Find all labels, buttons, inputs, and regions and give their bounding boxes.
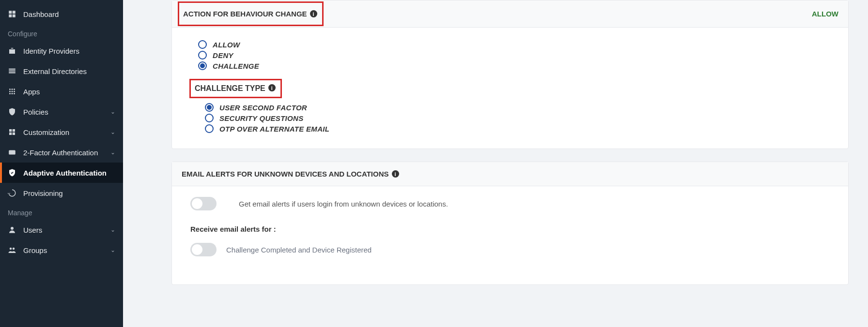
svg-rect-16 — [9, 129, 12, 132]
radio-option-allow[interactable]: ALLOW — [198, 40, 838, 49]
svg-point-7 — [9, 89, 11, 90]
shield-check-icon — [8, 168, 16, 177]
svg-point-15 — [14, 93, 15, 94]
svg-rect-5 — [9, 71, 16, 72]
sidebar-item-label: Groups — [23, 246, 47, 254]
radio-label: OTP OVER ALTERNATE EMAIL — [219, 125, 329, 133]
panel-header-action: ACTION FOR BEHAVIOUR CHANGE i ALLOW — [172, 0, 848, 28]
panel-body-action: ALLOW DENY CHALLENGE CHALLENGE TYPE i — [172, 28, 848, 149]
radio-group-challenge-type: USER SECOND FACTOR SECURITY QUESTIONS OT… — [182, 103, 838, 133]
toggle-challenge-completed[interactable] — [190, 243, 217, 256]
svg-point-11 — [12, 91, 13, 92]
radio-circle-icon — [198, 40, 207, 49]
radio-option-user-second-factor[interactable]: USER SECOND FACTOR — [205, 103, 838, 112]
svg-point-23 — [13, 248, 15, 250]
panel-title-email-alerts: EMAIL ALERTS FOR UNKNOWN DEVICES AND LOC… — [182, 170, 399, 178]
sidebar-item-identity-providers[interactable]: Identity Providers — [0, 41, 123, 61]
sidebar-section-configure: Configure — [0, 24, 123, 41]
svg-rect-4 — [9, 69, 16, 70]
sidebar-item-policies[interactable]: Policies ⌄ — [0, 102, 123, 122]
sidebar-item-dashboard[interactable]: Dashboard — [0, 4, 123, 24]
main-content: ACTION FOR BEHAVIOUR CHANGE i ALLOW ALLO… — [123, 0, 868, 327]
panel-title-action: ACTION FOR BEHAVIOUR CHANGE i — [178, 1, 324, 26]
svg-point-8 — [12, 89, 13, 90]
toggle-row-challenge-completed: Challenge Completed and Device Registere… — [182, 243, 838, 256]
sub-title-challenge-type: CHALLENGE TYPE i — [189, 79, 282, 98]
info-icon[interactable]: i — [392, 170, 399, 178]
svg-point-9 — [14, 89, 15, 90]
sidebar-item-label: Dashboard — [23, 10, 59, 18]
panel-header-email-alerts: EMAIL ALERTS FOR UNKNOWN DEVICES AND LOC… — [172, 162, 848, 186]
panel-title-text: EMAIL ALERTS FOR UNKNOWN DEVICES AND LOC… — [182, 170, 389, 178]
sidebar-item-label: Adaptive Authentication — [23, 169, 107, 177]
svg-point-14 — [12, 93, 13, 94]
users-icon — [8, 246, 16, 254]
sync-icon — [8, 189, 16, 197]
sidebar-item-external-directories[interactable]: External Directories — [0, 61, 123, 81]
puzzle-icon — [8, 128, 16, 136]
sidebar-item-label: 2-Factor Authentication — [23, 149, 98, 157]
radio-option-challenge[interactable]: CHALLENGE — [198, 61, 838, 70]
toggle-unknown-alerts[interactable] — [190, 197, 217, 210]
sub-title-text: CHALLENGE TYPE — [195, 84, 265, 93]
panel-title-text: ACTION FOR BEHAVIOUR CHANGE — [183, 10, 307, 18]
sidebar-item-label: Users — [23, 226, 42, 234]
panel-body-email-alerts: Get email alerts if users login from unk… — [172, 186, 848, 284]
radio-option-deny[interactable]: DENY — [198, 51, 838, 59]
svg-point-12 — [14, 91, 15, 92]
svg-rect-18 — [9, 133, 12, 135]
app-root: Dashboard Configure Identity Providers E… — [0, 0, 868, 327]
sidebar-item-label: Apps — [23, 88, 40, 96]
sidebar-item-label: Policies — [23, 108, 48, 116]
svg-point-22 — [10, 248, 12, 250]
svg-rect-17 — [13, 129, 15, 132]
info-icon[interactable]: i — [310, 10, 317, 17]
grid-icon — [8, 87, 16, 96]
toggle-label: Challenge Completed and Device Registere… — [226, 246, 372, 254]
radio-option-otp-email[interactable]: OTP OVER ALTERNATE EMAIL — [205, 124, 838, 133]
chevron-down-icon: ⌄ — [110, 226, 115, 233]
radio-group-action: ALLOW DENY CHALLENGE — [182, 40, 838, 70]
chevron-down-icon: ⌄ — [110, 129, 115, 135]
panel-email-alerts: EMAIL ALERTS FOR UNKNOWN DEVICES AND LOC… — [171, 162, 849, 285]
sidebar-item-label: Customization — [23, 128, 69, 136]
radio-label: CHALLENGE — [213, 62, 259, 70]
svg-point-13 — [9, 93, 11, 94]
chevron-down-icon: ⌄ — [110, 247, 115, 253]
radio-label: ALLOW — [213, 41, 240, 49]
sidebar-item-2fa[interactable]: 2-Factor Authentication ⌄ — [0, 142, 123, 163]
panel-badge-allow: ALLOW — [812, 10, 838, 18]
sidebar-item-users[interactable]: Users ⌄ — [0, 220, 123, 240]
sidebar-section-manage: Manage — [0, 203, 123, 220]
svg-point-10 — [9, 91, 11, 92]
sidebar-item-groups[interactable]: Groups ⌄ — [0, 240, 123, 260]
sub-heading-receive-alerts: Receive email alerts for : — [190, 225, 838, 233]
radio-circle-icon — [198, 51, 207, 59]
info-icon[interactable]: i — [268, 84, 276, 91]
sidebar-item-customization[interactable]: Customization ⌄ — [0, 122, 123, 142]
radio-circle-icon — [205, 114, 214, 122]
svg-rect-19 — [13, 133, 15, 135]
sidebar-item-label: Provisioning — [23, 189, 63, 197]
user-icon — [8, 225, 16, 234]
radio-label: DENY — [213, 51, 233, 59]
chevron-down-icon: ⌄ — [110, 108, 115, 115]
radio-circle-icon — [205, 124, 214, 133]
svg-point-21 — [11, 227, 14, 230]
chevron-down-icon: ⌄ — [110, 149, 115, 156]
shield-icon — [8, 107, 16, 116]
radio-circle-icon — [198, 61, 207, 70]
list-icon — [8, 67, 16, 75]
sidebar-item-provisioning[interactable]: Provisioning — [0, 183, 123, 203]
sidebar-item-adaptive-auth[interactable]: Adaptive Authentication — [0, 163, 123, 183]
sidebar-item-apps[interactable]: Apps — [0, 81, 123, 102]
svg-rect-6 — [9, 72, 16, 73]
radio-label: USER SECOND FACTOR — [219, 104, 307, 112]
radio-circle-icon — [205, 103, 214, 112]
numbers-icon — [8, 148, 16, 157]
svg-rect-0 — [9, 11, 12, 14]
sidebar-item-label: External Directories — [23, 67, 87, 75]
toggle-label: Get email alerts if users login from unk… — [239, 200, 448, 208]
radio-option-security-questions[interactable]: SECURITY QUESTIONS — [205, 114, 838, 122]
panel-action-behaviour: ACTION FOR BEHAVIOUR CHANGE i ALLOW ALLO… — [171, 0, 849, 149]
